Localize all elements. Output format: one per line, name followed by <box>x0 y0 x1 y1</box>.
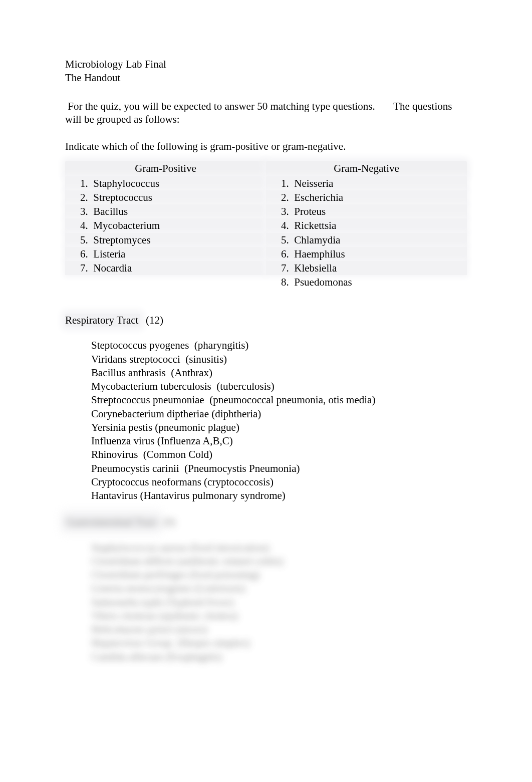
blurred-content: Gastrointestinal Tract (9) Staphylococcu… <box>65 515 467 664</box>
gram-negative-item: 8. Psuedomonas <box>266 275 467 289</box>
respiratory-title-count: (12) <box>140 314 163 326</box>
list-item: Mycobacterium tuberculosis (tuberculosis… <box>91 380 467 393</box>
list-item: Viridans streptococci (sinusitis) <box>91 352 467 366</box>
list-item: Hantavirus (Hantavirus pulmonary syndrom… <box>91 489 467 502</box>
respiratory-title-text: Respiratory Tract <box>65 314 140 327</box>
list-item: Helicobacter pylori (ulcers) <box>91 623 467 636</box>
gram-positive-heading: Gram-Positive <box>65 161 266 176</box>
list-item: Influenza virus (Influenza A,B,C) <box>91 434 467 448</box>
list-item: Vibrio cholerae (epidemic cholera) <box>91 609 467 622</box>
list-item: Candida albicans (Esophagitis) <box>91 650 467 663</box>
doc-title-line1: Microbiology Lab Final <box>65 58 467 71</box>
list-item: Bacillus anthrasis (Anthrax) <box>91 366 467 379</box>
respiratory-section-title: Respiratory Tract (12) <box>65 314 467 327</box>
list-item: Staphylococcus aureus (food intoxication… <box>91 541 467 554</box>
respiratory-list: Steptococcus pyogenes (pharyngitis) Viri… <box>91 339 467 502</box>
list-item: Listeria monocytogenes (Listeriosis) <box>91 582 467 595</box>
gi-title-text: Gastrointestinal Tract <box>65 515 158 529</box>
gram-negative-item: 2. Escherichia <box>266 190 467 204</box>
gram-negative-heading: Gram-Negative <box>266 161 467 176</box>
list-item: Rhinovirus (Common Cold) <box>91 448 467 461</box>
list-item: Corynebacterium diptheriae (diphtheria) <box>91 407 467 420</box>
gi-title-count: (9) <box>158 516 175 528</box>
gram-positive-item: 1. Staphylococcus <box>65 176 266 190</box>
gi-section-title: Gastrointestinal Tract (9) <box>65 515 467 529</box>
list-item: Streptococcus pneumoniae (pneumococcal p… <box>91 393 467 407</box>
gram-negative-item: 3. Proteus <box>266 204 467 218</box>
list-item: Steptococcus pyogenes (pharyngitis) <box>91 339 467 352</box>
list-item: Yersinia pestis (pneumonic plague) <box>91 420 467 434</box>
list-item: Pneumocystis carinii (Pneumocystis Pneum… <box>91 461 467 475</box>
list-item: Clostridium difficle (antibiotic related… <box>91 554 467 568</box>
gram-positive-column: Gram-Positive 1. Staphylococcus 2. Strep… <box>65 161 266 289</box>
gi-list: Staphylococcus aureus (food intoxication… <box>91 541 467 663</box>
doc-title-line2: The Handout <box>65 71 467 84</box>
gram-table: Gram-Positive 1. Staphylococcus 2. Strep… <box>65 161 467 289</box>
gram-positive-item: 5. Streptomyces <box>65 233 266 247</box>
list-item: Salmonella typhi (Typhoid Fever) <box>91 595 467 609</box>
instruction-line: Indicate which of the following is gram-… <box>65 140 467 153</box>
gram-negative-item: 4. Rickettsia <box>266 218 467 232</box>
gram-positive-item: 4. Mycobacterium <box>65 218 266 232</box>
gram-positive-item: 3. Bacillus <box>65 204 266 218</box>
gram-positive-item: 6. Listeria <box>65 247 266 261</box>
intro-paragraph: For the quiz, you will be expected to an… <box>65 100 467 126</box>
list-item: Cryptococcus neoformans (cryptococcosis) <box>91 475 467 488</box>
list-item: Clostridium perfringes (food poisoning) <box>91 568 467 582</box>
gram-positive-item: 7. Nocardia <box>65 261 266 275</box>
gram-positive-item: 2. Streptococcus <box>65 190 266 204</box>
gram-negative-item: 1. Neisseria <box>266 176 467 190</box>
gram-negative-item: 5. Chlamydia <box>266 233 467 247</box>
gram-negative-item: 7. Klebsiella <box>266 261 467 275</box>
gram-negative-item: 6. Haemphilus <box>266 247 467 261</box>
gram-negative-column: Gram-Negative 1. Neisseria 2. Escherichi… <box>266 161 467 289</box>
list-item: Hepatovirus Group (Herpes simplex) <box>91 636 467 650</box>
